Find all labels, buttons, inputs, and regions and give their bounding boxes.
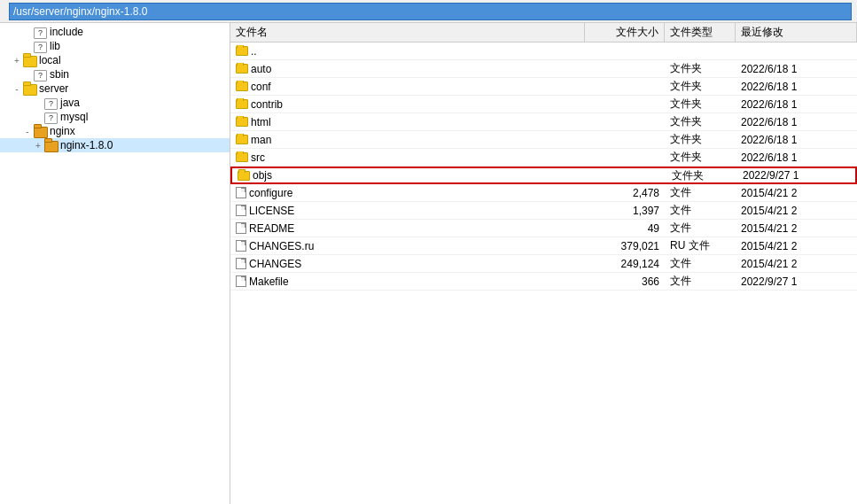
file-row[interactable]: conf文件夹2022/6/18 1: [230, 78, 857, 96]
file-doc-icon: [236, 240, 246, 252]
tree-item-label: sbin: [50, 68, 69, 81]
expander-icon[interactable]: -: [11, 84, 23, 94]
tree-item-label: server: [39, 82, 68, 95]
file-type-cell: 文件: [665, 256, 736, 271]
file-row[interactable]: html文件夹2022/6/18 1: [230, 113, 857, 131]
file-row[interactable]: auto文件夹2022/6/18 1: [230, 60, 857, 78]
unknown-file-icon: [34, 27, 48, 38]
file-list-body: ..auto文件夹2022/6/18 1conf文件夹2022/6/18 1co…: [230, 43, 857, 291]
folder-icon: [236, 99, 248, 109]
tree-item-include[interactable]: include: [0, 25, 230, 39]
tree-item-java[interactable]: java: [0, 96, 230, 110]
expander-icon[interactable]: +: [11, 56, 23, 66]
file-type-cell: 文件: [665, 203, 736, 218]
file-name-text: LICENSE: [249, 205, 294, 217]
file-date-cell: 2015/4/21 2: [736, 222, 857, 235]
file-type-cell: 文件夹: [665, 97, 736, 112]
tree-item-label: include: [50, 26, 83, 38]
file-date-cell: 2022/6/18 1: [736, 134, 857, 146]
file-name-cell: LICENSE: [230, 205, 585, 217]
tree-item-nginx[interactable]: -nginx: [0, 124, 230, 138]
file-name-cell: ..: [230, 45, 585, 58]
tree-item-server[interactable]: -server: [0, 81, 230, 96]
unknown-file-icon: [34, 69, 48, 81]
file-row[interactable]: CHANGES249,124文件2015/4/21 2: [230, 255, 857, 273]
file-type-cell: 文件夹: [665, 61, 736, 76]
unknown-file-icon: [44, 112, 58, 123]
file-type-cell: RU 文件: [665, 238, 736, 253]
file-panel: 文件名 文件大小 文件类型 最近修改 ..auto文件夹2022/6/18 1c…: [230, 23, 857, 504]
file-name-text: contrib: [251, 98, 283, 111]
file-date-cell: 2015/4/21 2: [736, 258, 857, 270]
file-row[interactable]: CHANGES.ru379,021RU 文件2015/4/21 2: [230, 237, 857, 255]
tree-item-label: mysql: [60, 111, 88, 123]
folder-icon: [236, 81, 248, 91]
file-date-cell: 2022/6/18 1: [736, 116, 857, 128]
remote-path-input[interactable]: [9, 3, 852, 20]
file-name-text: CHANGES.ru: [249, 240, 314, 252]
file-type-cell: 文件夹: [665, 114, 736, 129]
file-doc-icon: [236, 187, 246, 198]
file-row[interactable]: ..: [230, 43, 857, 60]
col-header-size: 文件大小: [585, 23, 665, 42]
tree-item-sbin[interactable]: sbin: [0, 67, 230, 81]
unknown-file-icon: [44, 97, 58, 109]
folder-yellow-icon: [23, 83, 37, 95]
remote-bar: [0, 0, 857, 23]
col-header-date: 最近修改: [736, 23, 857, 42]
file-size-cell: 379,021: [585, 240, 665, 252]
tree-item-mysql[interactable]: mysql: [0, 110, 230, 124]
file-doc-icon: [236, 205, 246, 216]
file-type-cell: 文件夹: [665, 150, 736, 165]
expander-icon[interactable]: +: [32, 141, 44, 151]
file-date-cell: 2015/4/21 2: [736, 240, 857, 252]
file-name-cell: src: [230, 151, 585, 164]
folder-icon: [236, 117, 248, 127]
file-name-text: ..: [251, 45, 257, 58]
file-row[interactable]: objs文件夹2022/9/27 1: [230, 167, 857, 184]
tree-item-label: nginx-1.8.0: [60, 139, 113, 151]
file-name-text: objs: [253, 169, 272, 182]
file-name-cell: conf: [230, 81, 585, 93]
file-date-cell: 2022/9/27 1: [736, 275, 857, 288]
expander-icon[interactable]: -: [21, 127, 34, 136]
file-name-text: configure: [249, 187, 292, 199]
file-row[interactable]: man文件夹2022/6/18 1: [230, 131, 857, 149]
folder-icon: [236, 46, 248, 56]
file-name-cell: README: [230, 222, 585, 235]
file-name-cell: contrib: [230, 98, 585, 111]
tree-item-nginx-1.8.0[interactable]: +nginx-1.8.0: [0, 138, 230, 152]
tree-item-local[interactable]: +local: [0, 53, 230, 67]
file-size-cell: 49: [585, 222, 665, 235]
file-row[interactable]: README49文件2015/4/21 2: [230, 220, 857, 237]
tree-item-label: lib: [50, 40, 60, 52]
file-type-cell: 文件: [665, 274, 736, 289]
file-name-cell: CHANGES: [230, 258, 585, 270]
tree-item-label: java: [60, 97, 80, 109]
file-date-cell: 2015/4/21 2: [736, 205, 857, 217]
file-name-cell: Makefile: [230, 275, 585, 288]
unknown-file-icon: [34, 41, 48, 52]
file-size-cell: 1,397: [585, 205, 665, 217]
file-name-text: auto: [251, 63, 271, 75]
file-date-cell: 2022/6/18 1: [736, 151, 857, 164]
file-row[interactable]: src文件夹2022/6/18 1: [230, 149, 857, 167]
file-name-text: html: [251, 116, 271, 128]
file-row[interactable]: LICENSE1,397文件2015/4/21 2: [230, 202, 857, 220]
tree-item-lib[interactable]: lib: [0, 39, 230, 53]
file-name-cell: auto: [230, 63, 585, 75]
file-date-cell: 2022/9/27 1: [737, 169, 855, 182]
tree-item-label: nginx: [50, 125, 75, 137]
file-row[interactable]: Makefile366文件2022/9/27 1: [230, 273, 857, 291]
file-name-text: conf: [251, 81, 271, 93]
file-doc-icon: [236, 275, 246, 287]
folder-icon: [236, 64, 248, 74]
file-size-cell: 366: [585, 275, 665, 288]
file-date-cell: 2022/6/18 1: [736, 63, 857, 75]
file-name-text: README: [249, 222, 294, 235]
file-doc-icon: [236, 222, 246, 234]
file-size-cell: 2,478: [585, 187, 665, 199]
file-row[interactable]: contrib文件夹2022/6/18 1: [230, 96, 857, 113]
file-doc-icon: [236, 258, 246, 269]
file-row[interactable]: configure2,478文件2015/4/21 2: [230, 184, 857, 202]
